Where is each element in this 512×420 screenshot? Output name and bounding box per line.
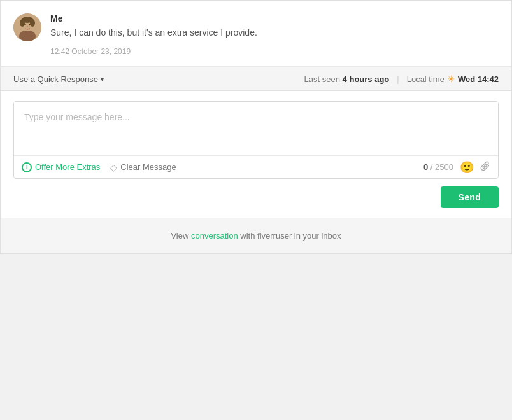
footer-text-after: with fiverruser in your inbox: [238, 231, 341, 241]
send-button[interactable]: Send: [441, 186, 499, 208]
svg-point-4: [20, 19, 25, 27]
message-text: Sure, I can do this, but it's an extra s…: [50, 26, 499, 39]
char-separator: /: [430, 162, 435, 172]
sun-icon: ☀: [447, 74, 455, 84]
svg-point-8: [27, 26, 28, 27]
chevron-down-icon: ▾: [101, 76, 104, 83]
sender-name: Me: [50, 13, 499, 24]
footer-area: View conversation with fiverruser in you…: [1, 218, 511, 253]
char-count: 0 / 2500: [423, 162, 453, 172]
local-time-info: Local time ☀ Wed 14:42: [407, 74, 499, 84]
last-seen-label: Last seen: [304, 74, 340, 84]
compose-right-actions: 0 / 2500 🙂: [423, 161, 490, 173]
divider: |: [397, 74, 399, 84]
char-current: 0: [423, 162, 428, 172]
char-max: 2500: [435, 162, 453, 172]
emoji-button[interactable]: 🙂: [460, 162, 474, 173]
clear-message-button[interactable]: ◇ Clear Message: [110, 162, 176, 172]
plus-circle-icon: +: [22, 162, 32, 172]
paperclip-icon: [480, 161, 490, 171]
compose-left-actions: + Offer More Extras ◇ Clear Message: [22, 162, 176, 172]
message-input[interactable]: [14, 102, 498, 153]
quick-response-button[interactable]: Use a Quick Response ▾: [13, 74, 104, 84]
offer-extras-label: Offer More Extras: [35, 162, 100, 172]
footer-text: View conversation with fiverruser in you…: [13, 231, 499, 241]
attach-button[interactable]: [480, 161, 490, 173]
footer-text-before: View: [171, 231, 191, 241]
clear-message-label: Clear Message: [120, 162, 176, 172]
message-area: Me Sure, I can do this, but it's an extr…: [1, 1, 511, 67]
offer-extras-button[interactable]: + Offer More Extras: [22, 162, 100, 172]
send-row: Send: [1, 179, 511, 218]
chat-container: Me Sure, I can do this, but it's an extr…: [0, 0, 512, 254]
local-time-label: Local time: [407, 74, 444, 84]
eraser-icon: ◇: [110, 162, 117, 172]
svg-point-5: [30, 19, 35, 27]
toolbar-right-info: Last seen 4 hours ago | Local time ☀ Wed…: [304, 74, 499, 84]
message-content: Me Sure, I can do this, but it's an extr…: [50, 13, 499, 56]
compose-area: + Offer More Extras ◇ Clear Message 0 / …: [1, 101, 511, 218]
message-time: 12:42 October 23, 2019: [50, 47, 499, 56]
avatar: [13, 13, 41, 41]
last-seen-info: Last seen 4 hours ago: [304, 74, 390, 84]
empty-area: [0, 254, 512, 381]
quick-response-label: Use a Quick Response: [13, 74, 98, 84]
compose-actions: + Offer More Extras ◇ Clear Message 0 / …: [14, 155, 498, 178]
svg-point-6: [24, 24, 25, 25]
svg-point-7: [29, 24, 30, 25]
conversation-link[interactable]: conversation: [191, 231, 238, 241]
message-row: Me Sure, I can do this, but it's an extr…: [13, 13, 499, 56]
local-time-value: Wed 14:42: [458, 74, 499, 84]
toolbar-bar: Use a Quick Response ▾ Last seen 4 hours…: [1, 67, 511, 91]
compose-box: + Offer More Extras ◇ Clear Message 0 / …: [13, 101, 499, 179]
last-seen-value: 4 hours ago: [343, 74, 390, 84]
